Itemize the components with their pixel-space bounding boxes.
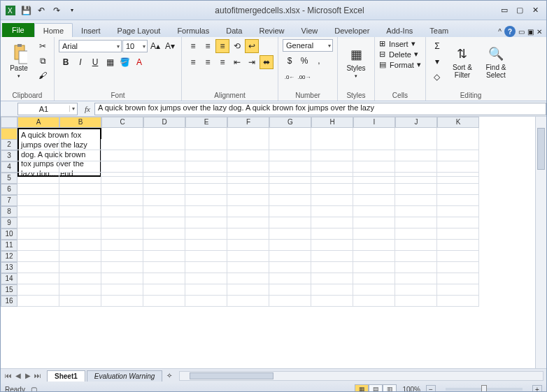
help-icon[interactable]: ? (504, 26, 516, 37)
increase-indent-button[interactable]: ⇥ (245, 55, 259, 69)
macro-record-icon[interactable]: ▢ (31, 386, 37, 393)
cell-C4[interactable] (101, 161, 143, 173)
cell-A15[interactable] (17, 284, 59, 296)
cell-I16[interactable] (353, 296, 395, 307)
zoom-level[interactable]: 100% (402, 386, 420, 393)
select-all-corner[interactable] (1, 117, 17, 128)
cell-I2[interactable] (353, 139, 395, 150)
cell-E14[interactable] (185, 273, 227, 284)
row-header-3[interactable]: 3 (1, 150, 17, 161)
cell-A9[interactable] (17, 217, 59, 228)
cell-B16[interactable] (59, 296, 101, 307)
cell-D11[interactable] (143, 240, 185, 251)
cell-A6[interactable] (17, 184, 59, 195)
hscroll-thumb[interactable] (190, 372, 274, 379)
format-cells-button[interactable]: ▤ Format ▾ (379, 60, 421, 69)
qat-dropdown-icon[interactable]: ▾ (66, 5, 78, 16)
increase-font-button[interactable]: A▴ (148, 39, 162, 53)
cell-H11[interactable] (311, 240, 353, 251)
cell-G6[interactable] (269, 184, 311, 195)
cell-J15[interactable] (395, 284, 437, 296)
cell-C15[interactable] (101, 284, 143, 296)
sheet-nav-first[interactable]: ⏮ (3, 372, 13, 379)
cell-K16[interactable] (437, 296, 479, 307)
paste-button[interactable]: Paste ▾ (5, 39, 33, 85)
row-header-7[interactable]: 7 (1, 195, 17, 206)
cell-C13[interactable] (101, 262, 143, 273)
cell-H8[interactable] (311, 206, 353, 217)
cell-F13[interactable] (227, 262, 269, 273)
cell-A10[interactable] (17, 228, 59, 240)
find-select-button[interactable]: 🔍 Find & Select (481, 39, 511, 85)
cell-C12[interactable] (101, 251, 143, 262)
doc-restore-button[interactable]: ▣ (527, 28, 534, 36)
cell-D5[interactable] (143, 173, 185, 184)
cell-E2[interactable] (185, 139, 227, 150)
view-page-layout-button[interactable]: ▤ (369, 384, 383, 392)
sheet-nav-next[interactable]: ▶ (23, 372, 33, 379)
cell-A11[interactable] (17, 240, 59, 251)
cell-A2[interactable] (17, 139, 59, 150)
cell-H13[interactable] (311, 262, 353, 273)
cell-H6[interactable] (311, 184, 353, 195)
tab-home[interactable]: Home (34, 23, 73, 37)
cell-F12[interactable] (227, 251, 269, 262)
cell-A8[interactable] (17, 206, 59, 217)
cut-button[interactable]: ✂ (36, 39, 50, 53)
cell-C11[interactable] (101, 240, 143, 251)
cell-E10[interactable] (185, 228, 227, 240)
cell-A12[interactable] (17, 251, 59, 262)
cell-G12[interactable] (269, 251, 311, 262)
cell-D10[interactable] (143, 228, 185, 240)
cell-F11[interactable] (227, 240, 269, 251)
tab-team[interactable]: Team (421, 24, 457, 37)
cell-B2[interactable] (59, 139, 101, 150)
cell-E11[interactable] (185, 240, 227, 251)
align-left-button[interactable]: ≡ (186, 55, 200, 69)
column-header-A[interactable]: A (17, 117, 59, 128)
doc-close-button[interactable]: ✕ (537, 28, 542, 36)
cell-I7[interactable] (353, 195, 395, 206)
row-header-6[interactable]: 6 (1, 184, 17, 195)
row-header-8[interactable]: 8 (1, 206, 17, 217)
cell-J10[interactable] (395, 228, 437, 240)
undo-icon[interactable]: ↶ (36, 5, 47, 16)
cell-G14[interactable] (269, 273, 311, 284)
merge-center-button[interactable]: ⬌ (260, 55, 274, 69)
cell-B9[interactable] (59, 217, 101, 228)
cell-K7[interactable] (437, 195, 479, 206)
orientation-button[interactable]: ⟲ (230, 39, 244, 53)
cell-E3[interactable] (185, 150, 227, 161)
cell-J3[interactable] (395, 150, 437, 161)
cell-G8[interactable] (269, 206, 311, 217)
cell-D9[interactable] (143, 217, 185, 228)
cell-D12[interactable] (143, 251, 185, 262)
row-header-13[interactable]: 13 (1, 262, 17, 273)
cell-A14[interactable] (17, 273, 59, 284)
cell-J14[interactable] (395, 273, 437, 284)
cell-K10[interactable] (437, 228, 479, 240)
wrap-text-button[interactable]: ↩ (245, 39, 259, 53)
decrease-font-button[interactable]: A▾ (163, 39, 177, 53)
cell-K4[interactable] (437, 161, 479, 173)
redo-icon[interactable]: ↷ (51, 5, 62, 16)
cell-B4[interactable] (59, 161, 101, 173)
cell-D14[interactable] (143, 273, 185, 284)
cell-J7[interactable] (395, 195, 437, 206)
row-header-14[interactable]: 14 (1, 273, 17, 284)
column-header-I[interactable]: I (353, 117, 395, 128)
cell-C10[interactable] (101, 228, 143, 240)
format-painter-button[interactable]: 🖌 (36, 68, 50, 82)
cell-E5[interactable] (185, 173, 227, 184)
cell-B12[interactable] (59, 251, 101, 262)
cell-C7[interactable] (101, 195, 143, 206)
cell-H10[interactable] (311, 228, 353, 240)
cell-J11[interactable] (395, 240, 437, 251)
cell-G5[interactable] (269, 173, 311, 184)
tab-addins[interactable]: Add-Ins (378, 24, 421, 37)
cell-C5[interactable] (101, 173, 143, 184)
cell-F15[interactable] (227, 284, 269, 296)
cell-J6[interactable] (395, 184, 437, 195)
tab-view[interactable]: View (293, 24, 327, 37)
cell-G16[interactable] (269, 296, 311, 307)
